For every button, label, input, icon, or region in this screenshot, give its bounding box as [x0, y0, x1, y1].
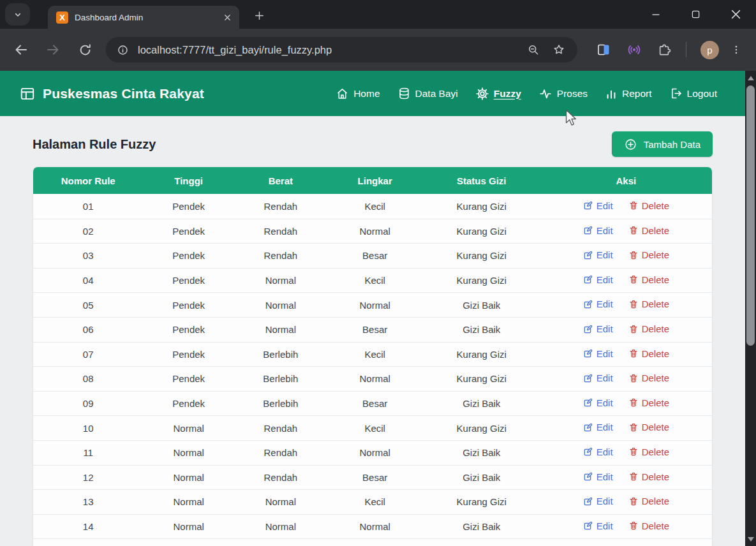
reload-button[interactable]	[74, 39, 96, 61]
edit-button[interactable]: Edit	[583, 299, 613, 309]
cell-nomor-rule: 01	[33, 194, 143, 219]
cell-tinggi: Normal	[143, 538, 234, 546]
address-bar[interactable]: localhost:7777/tt_gizi_bayi/rule_fuzzy.p…	[106, 37, 577, 63]
trash-icon	[628, 274, 639, 284]
cell-nomor-rule: 07	[33, 342, 143, 367]
edit-label: Edit	[597, 348, 613, 359]
trash-icon	[628, 397, 639, 408]
table-header-row: Nomor Rule Tinggi Berat Lingkar Status G…	[33, 167, 712, 194]
cell-nomor-rule: 10	[33, 415, 143, 440]
delete-label: Delete	[642, 225, 669, 236]
edit-button[interactable]: Edit	[583, 225, 613, 236]
brand[interactable]: Puskesmas Cinta Rakyat	[19, 85, 204, 102]
col-header-tinggi: Tinggi	[143, 167, 234, 194]
gear-icon	[475, 87, 489, 101]
cell-tinggi: Normal	[143, 465, 234, 490]
delete-label: Delete	[642, 249, 669, 260]
nav-item-logout[interactable]: Logout	[669, 87, 717, 100]
delete-button[interactable]: Delete	[628, 373, 669, 383]
delete-button[interactable]: Delete	[628, 274, 669, 285]
bookmark-star-icon[interactable]	[549, 40, 568, 59]
tab-search-button[interactable]	[5, 3, 30, 26]
delete-label: Delete	[642, 323, 669, 334]
cell-nomor-rule: 06	[33, 317, 143, 342]
bar-chart-icon	[605, 87, 618, 100]
url-text[interactable]: localhost:7777/tt_gizi_bayi/rule_fuzzy.p…	[138, 44, 517, 56]
cell-lingkar: Besar	[327, 391, 423, 416]
scrollbar-down-arrow[interactable]	[745, 534, 756, 544]
nav-item-fuzzy[interactable]: Fuzzy	[475, 87, 521, 101]
browser-menu-icon[interactable]	[727, 39, 746, 61]
cell-status-gizi: Kurang Gizi	[423, 219, 540, 244]
delete-button[interactable]: Delete	[628, 520, 669, 531]
cell-status-gizi: Kurang Gizi	[423, 342, 540, 367]
nav-item-home[interactable]: Home	[336, 87, 380, 100]
zoom-out-icon[interactable]	[524, 40, 543, 59]
app-navbar: Puskesmas Cinta Rakyat Home Data Bayi Fu…	[0, 71, 745, 116]
edit-button[interactable]: Edit	[583, 397, 613, 408]
delete-button[interactable]: Delete	[628, 200, 669, 211]
tab-strip: X Dashboard Admin	[0, 0, 756, 29]
delete-button[interactable]: Delete	[628, 348, 669, 359]
forward-button[interactable]	[42, 39, 64, 61]
edit-button[interactable]: Edit	[583, 520, 613, 531]
delete-button[interactable]: Delete	[628, 397, 669, 408]
edit-button[interactable]: Edit	[583, 200, 613, 211]
edit-button[interactable]: Edit	[583, 471, 613, 482]
nav-item-proses[interactable]: Proses	[538, 87, 588, 101]
cell-tinggi: Pendek	[143, 194, 234, 219]
edit-button[interactable]: Edit	[583, 348, 613, 359]
browser-tab[interactable]: X Dashboard Admin	[48, 6, 239, 29]
edit-button[interactable]: Edit	[583, 422, 613, 432]
cell-berat: Berlebih	[234, 366, 327, 391]
scrollbar-up-arrow[interactable]	[745, 73, 756, 83]
delete-button[interactable]: Delete	[628, 299, 669, 309]
cell-aksi: Edit Delete	[540, 440, 712, 465]
edit-button[interactable]: Edit	[583, 249, 613, 260]
side-panel-icon[interactable]	[593, 39, 614, 61]
col-header-status-gizi: Status Gizi	[423, 167, 540, 194]
broadcast-extension-icon[interactable]	[623, 39, 645, 61]
trash-icon	[628, 250, 639, 260]
table-row: 05 Pendek Normal Normal Gizi Baik Edit D…	[33, 292, 712, 317]
scrollbar-thumb[interactable]	[746, 85, 755, 346]
cell-aksi: Edit Delete	[540, 292, 712, 317]
tambah-data-button[interactable]: Tambah Data	[612, 131, 713, 157]
cell-lingkar: Besar	[327, 538, 423, 546]
maximize-button[interactable]	[676, 0, 716, 29]
edit-button[interactable]: Edit	[583, 496, 613, 506]
trash-icon	[628, 348, 639, 358]
cell-nomor-rule: 09	[33, 391, 143, 416]
edit-button[interactable]: Edit	[583, 446, 613, 457]
cell-tinggi: Pendek	[143, 292, 234, 317]
profile-avatar[interactable]: p	[700, 41, 719, 59]
edit-button[interactable]: Edit	[583, 323, 613, 334]
edit-button[interactable]: Edit	[583, 274, 613, 285]
new-tab-button[interactable]	[248, 6, 270, 25]
cell-lingkar: Normal	[327, 292, 423, 317]
delete-button[interactable]: Delete	[628, 422, 669, 432]
edit-button[interactable]: Edit	[583, 373, 613, 383]
page-title: Halaman Rule Fuzzy	[33, 137, 156, 152]
delete-button[interactable]: Delete	[628, 496, 669, 506]
trash-icon	[628, 373, 639, 383]
vertical-scrollbar	[745, 71, 756, 546]
minimize-button[interactable]	[635, 0, 676, 29]
close-window-button[interactable]	[716, 0, 756, 29]
delete-button[interactable]: Delete	[628, 249, 669, 260]
back-button[interactable]	[10, 39, 32, 61]
nav-item-report[interactable]: Report	[605, 87, 652, 100]
delete-button[interactable]: Delete	[628, 471, 669, 482]
site-info-icon[interactable]	[112, 40, 133, 60]
nav-item-label: Report	[622, 88, 652, 100]
delete-button[interactable]: Delete	[628, 446, 669, 457]
edit-pencil-icon	[583, 373, 593, 383]
delete-button[interactable]: Delete	[628, 323, 669, 334]
cell-lingkar: Normal	[327, 219, 423, 244]
tab-close-icon[interactable]	[221, 11, 233, 23]
table-row: 15 Normal Normal Besar Gizi Baik Edit De…	[33, 538, 712, 546]
delete-button[interactable]: Delete	[628, 225, 669, 236]
nav-item-data-bayi[interactable]: Data Bayi	[397, 87, 458, 100]
extensions-puzzle-icon[interactable]	[654, 39, 676, 61]
edit-pencil-icon	[583, 250, 593, 260]
